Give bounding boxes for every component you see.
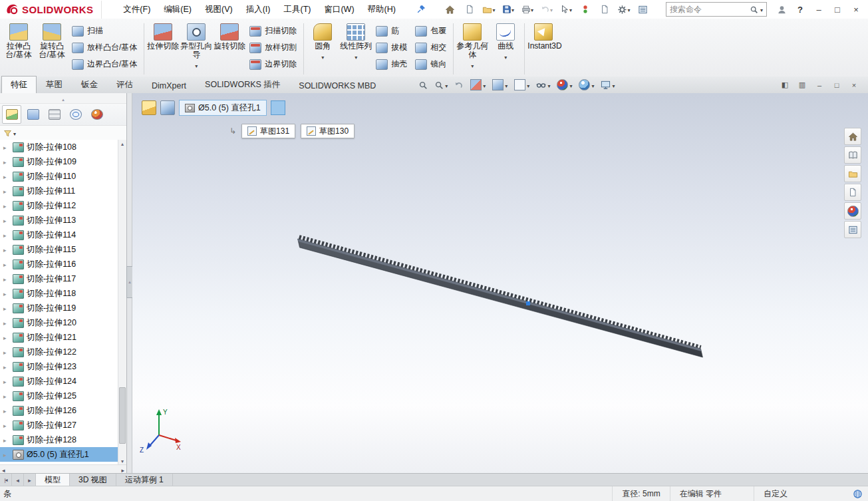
pane-toggle-icon[interactable] [778,79,792,91]
expand-arrow-icon[interactable] [3,420,10,430]
filter-funnel-icon[interactable] [3,129,12,138]
tree-item[interactable]: 切除-拉伸116 [0,257,118,271]
view-orientation-button[interactable] [490,78,510,92]
tree-item[interactable]: 切除-拉伸115 [0,242,118,257]
tab-sketch[interactable]: 草图 [37,76,72,93]
fillet-button[interactable]: 圆角 [306,20,339,78]
menu-file[interactable]: 文件(F) [116,1,157,18]
draft-button[interactable]: 拔模 [372,39,412,56]
apply-scene-button[interactable] [576,78,597,92]
close-button[interactable] [847,1,865,17]
chevron-down-icon[interactable] [591,81,594,90]
chevron-down-icon[interactable] [547,81,550,90]
linear-pattern-button[interactable]: 线性阵列 [339,20,372,78]
view-settings-button[interactable] [598,78,617,92]
chevron-down-icon[interactable] [445,81,448,90]
reference-geometry-button[interactable]: 参考几何体 [456,20,489,78]
swept-cut-button[interactable]: 扫描切除 [246,23,301,39]
expand-arrow-icon[interactable] [3,377,10,386]
instant3d-button[interactable]: Instant3D [527,20,560,78]
pin-menu-icon[interactable] [412,2,430,17]
expand-arrow-icon[interactable] [3,259,10,269]
scroll-up-icon[interactable] [118,140,126,148]
revolved-boss-button[interactable]: 旋转凸台/基体 [35,20,69,78]
chevron-down-icon[interactable] [527,81,529,90]
tree-item[interactable]: 切除-拉伸123 [0,359,118,374]
chevron-down-icon[interactable] [627,5,630,14]
tab-model[interactable]: 模型 [36,474,70,486]
swept-boss-button[interactable]: 扫描 [69,23,142,39]
hole-wizard-button[interactable]: 异型孔向导 [180,20,213,78]
tree-item[interactable]: 切除-拉伸114 [0,228,118,242]
user-account-icon[interactable] [772,1,791,17]
next-tab-button[interactable] [24,474,36,486]
expand-arrow-icon[interactable] [3,172,10,181]
appearance-sphere-icon[interactable] [844,202,861,220]
tree-item[interactable]: 切除-拉伸110 [0,169,118,184]
extruded-cut-button[interactable]: 拉伸切除 [146,20,180,78]
expand-arrow-icon[interactable] [3,201,10,210]
zoom-area-button[interactable] [432,78,450,92]
tab-3d-views[interactable]: 3D 视图 [70,474,116,486]
intersect-button[interactable]: 相交 [412,39,451,56]
tree-item[interactable]: 切除-拉伸117 [0,271,118,286]
chevron-down-icon[interactable] [760,5,763,14]
save-button[interactable] [499,2,517,17]
tree-item-selected[interactable]: Ø5.0 (5) 直径孔1 [0,447,118,462]
tree-item[interactable]: 切除-拉伸122 [0,345,118,359]
display-manager-tab[interactable] [87,105,106,124]
expand-arrow-icon[interactable] [3,318,10,327]
expand-arrow-icon[interactable] [3,157,10,166]
expand-arrow-icon[interactable] [3,450,10,459]
expand-arrow-icon[interactable] [3,274,10,283]
tab-dimxpert[interactable]: DimXpert [142,78,196,93]
tree-item[interactable]: 切除-拉伸109 [0,154,118,169]
search-icon[interactable] [750,5,758,14]
chevron-down-icon[interactable] [195,61,198,70]
expand-arrow-icon[interactable] [3,142,10,152]
chevron-down-icon[interactable] [569,5,572,14]
tab-addins[interactable]: SOLIDWORKS 插件 [196,76,289,93]
solid-body-icon[interactable] [160,100,175,115]
rebuild-button[interactable] [576,2,595,17]
tree-item[interactable]: 切除-拉伸121 [0,330,118,345]
tab-features[interactable]: 特征 [1,76,37,93]
mirror-button[interactable]: 镜向 [412,56,451,73]
chevron-down-icon[interactable] [483,81,486,90]
tab-mbd[interactable]: SOLIDWORKS MBD [289,78,385,93]
document-close-button[interactable] [847,79,861,91]
menu-window[interactable]: 窗口(W) [317,1,361,18]
menu-help[interactable]: 帮助(H) [361,1,402,18]
selection-point[interactable] [526,301,530,305]
folder-open-icon[interactable] [844,165,861,182]
previous-tab-button[interactable] [12,474,24,486]
tree-item[interactable]: 切除-拉伸120 [0,315,118,330]
boundary-boss-button[interactable]: 边界凸台/基体 [69,56,142,73]
display-style-button[interactable] [511,78,532,92]
dimxpert-manager-tab[interactable] [66,105,85,124]
tree-item[interactable]: 切除-拉伸113 [0,213,118,228]
home-icon[interactable] [844,128,861,145]
panel-splitter[interactable] [127,93,132,474]
tree-item[interactable]: 切除-拉伸118 [0,286,118,301]
chevron-down-icon[interactable] [511,5,514,14]
chevron-down-icon[interactable] [550,5,553,14]
chevron-down-icon[interactable] [321,52,324,61]
expand-arrow-icon[interactable] [3,347,10,357]
shell-button[interactable]: 抽壳 [372,56,412,73]
rib-button[interactable]: 筋 [372,23,412,39]
tree-item[interactable]: 切除-拉伸128 [0,432,118,447]
menu-view[interactable]: 视图(V) [198,1,239,18]
resources-button[interactable] [634,2,652,17]
chevron-down-icon[interactable] [505,81,507,90]
open-button[interactable] [480,2,498,17]
boundary-cut-button[interactable]: 边界切除 [246,56,301,73]
hide-show-items-button[interactable] [533,78,553,92]
feature-manager-tab[interactable] [2,105,21,124]
expand-arrow-icon[interactable] [3,186,10,196]
expand-arrow-icon[interactable] [3,362,10,371]
document-restore-button[interactable] [829,79,844,91]
scrollbar-thumb[interactable] [119,387,126,444]
expand-arrow-icon[interactable] [3,406,10,415]
tree-item[interactable]: 切除-拉伸112 [0,198,118,213]
